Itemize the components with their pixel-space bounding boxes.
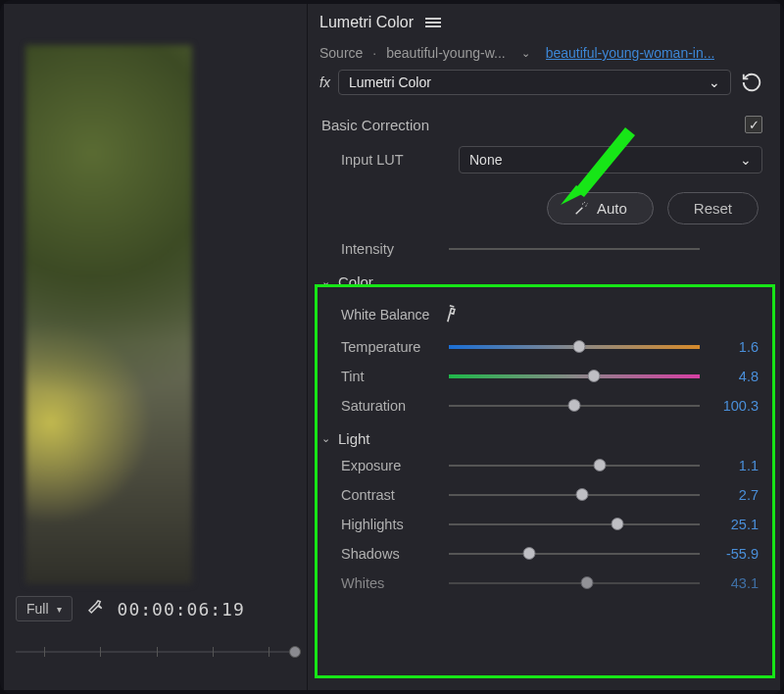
auto-button-label: Auto (597, 200, 627, 217)
tint-slider[interactable] (449, 369, 700, 384)
source-name: beautiful-young-w... (386, 45, 505, 61)
saturation-label: Saturation (341, 398, 439, 414)
whites-value[interactable]: 43.1 (710, 575, 759, 591)
reset-button-label: Reset (694, 200, 732, 217)
reset-button[interactable]: Reset (667, 192, 759, 224)
intensity-label: Intensity (341, 241, 439, 257)
chevron-down-icon: ⌄ (709, 74, 720, 90)
light-heading: Light (338, 430, 370, 447)
shadows-slider[interactable] (449, 546, 700, 562)
temperature-value[interactable]: 1.6 (710, 339, 759, 355)
zoom-value: Full (26, 601, 49, 617)
temperature-label: Temperature (341, 339, 439, 355)
tint-label: Tint (341, 369, 439, 384)
exposure-label: Exposure (341, 458, 439, 473)
source-dot: · (370, 45, 378, 61)
playhead-handle[interactable] (289, 646, 301, 658)
shadows-value[interactable]: -55.9 (710, 546, 759, 562)
tint-value[interactable]: 4.8 (710, 369, 759, 384)
exposure-slider[interactable] (449, 458, 700, 473)
chevron-down-icon: ▾ (57, 604, 62, 615)
input-lut-value: None (469, 152, 502, 168)
shadows-label: Shadows (341, 546, 439, 562)
saturation-value[interactable]: 100.3 (710, 398, 759, 414)
intensity-slider[interactable] (449, 241, 700, 257)
basic-correction-heading[interactable]: Basic Correction (321, 117, 429, 133)
panel-title: Lumetri Color (319, 14, 414, 31)
effect-dropdown[interactable]: Lumetri Color ⌄ (338, 70, 731, 95)
settings-wrench-icon[interactable] (86, 598, 104, 620)
contrast-slider[interactable] (449, 487, 700, 503)
program-monitor-thumbnail (25, 45, 192, 584)
highlights-slider[interactable] (449, 517, 700, 532)
timecode-display[interactable]: 00:00:06:19 (118, 599, 245, 620)
highlights-value[interactable]: 25.1 (710, 517, 759, 532)
chevron-down-icon[interactable]: ⌄ (514, 47, 538, 60)
panel-menu-icon[interactable] (425, 16, 441, 29)
auto-button[interactable]: Auto (547, 192, 654, 224)
color-heading: Color (338, 273, 373, 290)
eyedropper-icon[interactable] (437, 300, 466, 329)
whites-slider[interactable] (449, 575, 700, 591)
light-section-toggle[interactable]: ⌄ Light (316, 421, 768, 451)
fx-badge[interactable]: fx (319, 69, 330, 96)
caret-down-icon: ⌄ (321, 275, 330, 288)
clip-link[interactable]: beautiful-young-woman-in... (546, 45, 715, 61)
exposure-value[interactable]: 1.1 (710, 458, 759, 473)
lumetri-panel: Lumetri Color Source · beautiful-young-w… (308, 4, 780, 690)
preview-panel: Full ▾ 00:00:06:19 (4, 4, 308, 690)
zoom-dropdown[interactable]: Full ▾ (16, 596, 73, 621)
basic-correction-checkbox[interactable]: ✓ (745, 116, 762, 133)
magic-wand-icon (573, 201, 589, 217)
temperature-slider[interactable] (449, 339, 700, 355)
reset-effect-icon[interactable] (739, 70, 764, 95)
playhead-scrubber[interactable] (16, 645, 297, 661)
effect-name: Lumetri Color (349, 74, 431, 90)
input-lut-dropdown[interactable]: None ⌄ (459, 146, 762, 174)
highlights-label: Highlights (341, 517, 439, 532)
whites-label: Whites (341, 575, 439, 591)
source-label: Source (319, 45, 363, 61)
contrast-label: Contrast (341, 487, 439, 503)
input-lut-label: Input LUT (341, 152, 449, 168)
chevron-down-icon: ⌄ (740, 152, 752, 168)
contrast-value[interactable]: 2.7 (710, 487, 759, 503)
caret-down-icon: ⌄ (321, 432, 330, 445)
color-section-toggle[interactable]: ⌄ Color (316, 264, 768, 294)
white-balance-label: White Balance (341, 307, 429, 322)
saturation-slider[interactable] (449, 398, 700, 414)
